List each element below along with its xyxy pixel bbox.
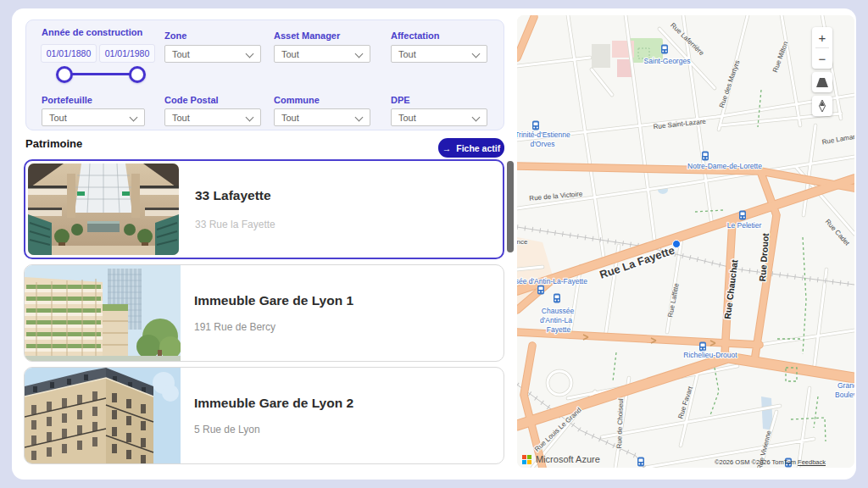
property-address: 191 Rue de Bercy xyxy=(194,321,275,333)
commune-dropdown[interactable]: Tout xyxy=(274,108,370,126)
metro-station-icon[interactable] xyxy=(532,121,539,130)
date-to-field[interactable]: 01/01/1980 xyxy=(99,44,155,63)
map-attribution-copyright: ©2026 OSM ©2026 TomTom Feedback xyxy=(715,458,826,466)
property-address: 33 Rue la Fayette xyxy=(195,219,275,230)
map-canvas[interactable]: Rue Laferrière Rue des Martyrs Rue Milto… xyxy=(517,15,854,468)
filter-label-dpe: DPE xyxy=(391,95,410,105)
filter-label-annee: Année de construction xyxy=(42,27,142,37)
fiche-actif-button[interactable]: → Fiche actif xyxy=(438,138,504,158)
filter-label-code-postal: Code Postal xyxy=(164,95,219,105)
zone-value: Tout xyxy=(172,49,190,59)
zone-dropdown[interactable]: Tout xyxy=(164,45,261,63)
map-zoom-out-button[interactable]: − xyxy=(812,48,832,69)
affectation-value: Tout xyxy=(398,49,416,59)
property-card-33-lafayette[interactable]: 33 Lafayette 33 Rue la Fayette xyxy=(24,159,504,259)
filter-panel: Année de construction 01/01/1880 01/01/1… xyxy=(25,19,504,130)
street-label: nce xyxy=(517,238,528,246)
chevron-down-icon xyxy=(246,114,254,122)
property-title: 33 Lafayette xyxy=(195,188,271,203)
station-label: Boulevards xyxy=(835,391,854,399)
page-title: Patrimoine xyxy=(25,137,82,150)
map-zoom-in-button[interactable]: + xyxy=(812,27,832,47)
asset-manager-value: Tout xyxy=(281,49,299,59)
arrow-right-icon: → xyxy=(442,143,452,153)
property-card-gare-de-lyon-1[interactable]: Immeuble Gare de Lyon 1 191 Rue de Bercy xyxy=(24,264,504,362)
property-photo-atrium xyxy=(28,164,179,255)
portefeuille-dropdown[interactable]: Tout xyxy=(42,108,145,126)
station-label: Grands xyxy=(837,381,854,390)
filter-label-commune: Commune xyxy=(274,95,320,105)
year-slider-handle-min[interactable] xyxy=(56,66,73,83)
property-photo-modern-building xyxy=(25,265,181,361)
asset-manager-dropdown[interactable]: Tout xyxy=(274,45,370,63)
station-label: Trinité-d'Estienne xyxy=(517,130,570,139)
plus-icon: + xyxy=(819,30,826,45)
property-photo-haussmann-building xyxy=(25,368,181,463)
chevron-down-icon xyxy=(355,50,364,58)
filter-label-asset-manager: Asset Manager xyxy=(274,30,340,41)
feedback-link[interactable]: Feedback xyxy=(798,458,826,466)
chevron-down-icon xyxy=(130,114,138,122)
map-attribution-azure: Microsoft Azure xyxy=(522,454,600,464)
station-label: Chaussée xyxy=(542,307,575,315)
code-postal-value: Tout xyxy=(172,113,190,123)
station-label: d'Antin-La xyxy=(540,316,572,324)
tilt-icon xyxy=(816,78,828,87)
affectation-dropdown[interactable]: Tout xyxy=(391,45,487,63)
dpe-dropdown[interactable]: Tout xyxy=(391,108,487,126)
minus-icon: − xyxy=(819,52,826,66)
chevron-down-icon xyxy=(472,50,481,58)
filter-label-zone: Zone xyxy=(164,30,186,41)
compass-icon xyxy=(818,100,826,112)
portefeuille-value: Tout xyxy=(49,113,67,123)
map-compass-control[interactable] xyxy=(812,96,832,116)
metro-station-icon[interactable] xyxy=(739,211,746,220)
list-scrollbar[interactable] xyxy=(507,161,514,252)
property-title: Immeuble Gare de Lyon 1 xyxy=(194,293,353,308)
map-pitch-control[interactable] xyxy=(812,72,832,92)
metro-station-icon[interactable] xyxy=(537,286,544,295)
station-label: Richelieu-Drouot xyxy=(683,351,737,359)
date-from-field[interactable]: 01/01/1880 xyxy=(41,44,97,63)
metro-station-icon[interactable] xyxy=(661,45,668,54)
chevron-down-icon xyxy=(472,114,481,122)
property-address: 5 Rue de Lyon xyxy=(194,424,260,435)
property-title: Immeuble Gare de Lyon 2 xyxy=(194,396,353,411)
metro-station-icon[interactable] xyxy=(702,152,709,161)
code-postal-dropdown[interactable]: Tout xyxy=(164,108,261,126)
location-marker-dot[interactable] xyxy=(673,241,681,248)
year-slider-track[interactable] xyxy=(64,73,137,75)
map-zoom-controls: + − xyxy=(812,27,832,69)
metro-station-icon[interactable] xyxy=(699,342,706,352)
dashboard-root: Année de construction 01/01/1880 01/01/1… xyxy=(0,0,868,488)
filter-label-portefeuille: Portefeuille xyxy=(42,95,92,105)
fiche-actif-label: Fiche actif xyxy=(456,143,500,153)
filter-label-affectation: Affectation xyxy=(391,30,439,41)
metro-station-icon[interactable] xyxy=(554,294,560,303)
station-label: Chaussée d'Antin-La-Fayette xyxy=(517,277,587,286)
property-card-gare-de-lyon-2[interactable]: Immeuble Gare de Lyon 2 5 Rue de Lyon xyxy=(24,367,504,464)
year-slider-handle-max[interactable] xyxy=(129,66,146,83)
microsoft-logo-icon xyxy=(522,455,531,464)
station-label: Saint-Georges xyxy=(644,57,691,65)
dpe-value: Tout xyxy=(398,113,416,123)
station-label: Fayette xyxy=(547,325,571,334)
chevron-down-icon xyxy=(355,114,364,122)
metro-station-icon[interactable] xyxy=(637,458,644,467)
chevron-down-icon xyxy=(246,50,254,58)
station-label: Le Peletier xyxy=(727,221,762,230)
station-label: Notre-Dame-de-Lorette xyxy=(687,162,762,170)
station-label: d'Orves xyxy=(530,140,554,148)
copyright-text: ©2026 OSM ©2026 TomTom xyxy=(715,458,796,466)
commune-value: Tout xyxy=(281,113,299,123)
azure-label: Microsoft Azure xyxy=(536,454,600,464)
